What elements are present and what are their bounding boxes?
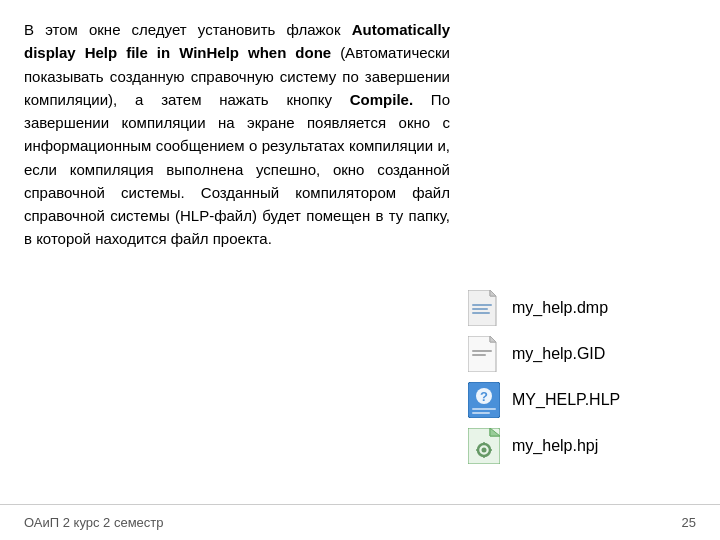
file-item-hlp: ? MY_HELP.HLP	[466, 382, 696, 418]
svg-rect-7	[472, 350, 492, 352]
bold-text-compile: Compile.	[350, 91, 413, 108]
file-item-hpj: my_help.hpj	[466, 428, 696, 464]
svg-rect-19	[483, 442, 485, 445]
file-name-hlp: MY_HELP.HLP	[512, 391, 620, 409]
svg-point-18	[482, 448, 487, 453]
svg-marker-6	[490, 336, 496, 342]
svg-rect-13	[472, 412, 490, 414]
svg-rect-4	[472, 312, 490, 314]
svg-rect-22	[489, 449, 492, 451]
footer-page-number: 25	[682, 515, 696, 530]
svg-rect-21	[476, 449, 479, 451]
file-name-gid: my_help.GID	[512, 345, 605, 363]
footer: ОАиП 2 курс 2 семестр 25	[0, 504, 720, 540]
svg-text:?: ?	[480, 389, 488, 404]
svg-rect-8	[472, 354, 486, 356]
file-name-hpj: my_help.hpj	[512, 437, 598, 455]
file-icon-hpj	[466, 428, 502, 464]
main-content: В этом окне следует установить флажок Au…	[0, 0, 720, 504]
file-icon-dmp	[466, 290, 502, 326]
files-panel: my_help.dmp my_help.GID	[466, 290, 696, 494]
file-item-dmp: my_help.dmp	[466, 290, 696, 326]
svg-rect-2	[472, 304, 492, 306]
svg-rect-20	[483, 455, 485, 458]
file-icon-gid	[466, 336, 502, 372]
file-name-dmp: my_help.dmp	[512, 299, 608, 317]
svg-rect-3	[472, 308, 488, 310]
footer-left-text: ОАиП 2 курс 2 семестр	[24, 515, 164, 530]
svg-marker-1	[490, 290, 496, 296]
text-block: В этом окне следует установить флажок Au…	[24, 18, 466, 494]
file-icon-hlp: ?	[466, 382, 502, 418]
svg-rect-12	[472, 408, 496, 410]
file-item-gid: my_help.GID	[466, 336, 696, 372]
slide-container: В этом окне следует установить флажок Au…	[0, 0, 720, 540]
bold-text-1: Automatically display Help file in WinHe…	[24, 21, 450, 61]
